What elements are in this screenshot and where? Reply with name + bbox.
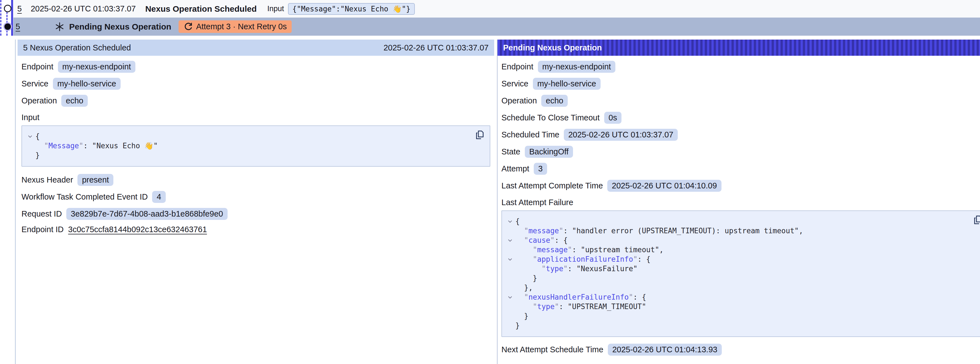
json-line: "type": "UPSTREAM_TIMEOUT" — [505, 302, 970, 311]
json-line: } — [505, 311, 970, 321]
json-code-text: } — [515, 311, 528, 321]
field-nexus-header: Nexus Header present — [21, 174, 490, 186]
event-row-nexus-operation-scheduled[interactable]: 5 2025-02-26 UTC 01:03:37.07 Nexus Opera… — [13, 0, 980, 18]
copy-button[interactable] — [474, 129, 485, 142]
input-section-label: Input — [21, 113, 490, 122]
event-input-preview-chip[interactable]: {"Message":"Nexus Echo 👋"} — [288, 3, 415, 15]
field-label: Endpoint — [501, 62, 533, 71]
event-detail-card: 5 Nexus Operation Scheduled 2025-02-26 U… — [18, 40, 494, 364]
event-details-panel: 5 Nexus Operation Scheduled 2025-02-26 U… — [15, 40, 980, 364]
field-label: Request ID — [21, 209, 62, 219]
json-line: }, — [505, 283, 970, 292]
field-value-badge: my-hello-service — [533, 78, 601, 90]
field-service: Service my-hello-service — [21, 78, 490, 90]
json-gutter — [505, 226, 515, 228]
json-gutter — [505, 321, 515, 323]
field-operation: Operation echo — [21, 95, 490, 107]
field-endpoint: Endpoint my-nexus-endpoint — [21, 61, 490, 73]
field-value-badge: 3e829b7e-7d67-4b08-aad3-b1e868bfe9e0 — [66, 208, 228, 220]
retry-icon — [184, 22, 193, 31]
json-line: "applicationFailureInfo": { — [505, 254, 970, 264]
field-next-attempt-schedule-time: Next Attempt Schedule Time 2025-02-26 UT… — [501, 344, 980, 356]
state-badge: BackingOff — [525, 146, 573, 158]
json-code-text: "type": "NexusFailure" — [515, 264, 637, 273]
field-label: Endpoint — [21, 62, 54, 71]
retry-badge-text: Attempt 3 · Next Retry 0s — [196, 22, 287, 31]
timeline-active-bar — [11, 0, 13, 36]
field-value-badge: my-nexus-endpoint — [58, 61, 136, 73]
json-line: "Message": "Nexus Echo 👋" — [25, 141, 472, 150]
field-label: Endpoint ID — [21, 225, 64, 234]
json-code-text: } — [515, 321, 520, 330]
json-code-text: } — [515, 273, 537, 283]
event-id-link[interactable]: 5 — [17, 4, 22, 13]
field-label: Workflow Task Completed Event ID — [21, 192, 148, 201]
event-row-pending-nexus-operation[interactable]: 5 Pending Nexus Operation Attempt 3 · Ne… — [13, 18, 980, 36]
field-value-badge: 2025-02-26 UTC 01:04:10.09 — [607, 180, 721, 192]
copy-icon — [474, 129, 485, 141]
json-line: } — [505, 321, 970, 330]
field-operation: Operation echo — [501, 95, 980, 107]
json-line: "nexusHandlerFailureInfo": { — [505, 292, 970, 302]
field-label: Operation — [501, 96, 537, 105]
event-detail-card-title: 5 Nexus Operation Scheduled — [23, 43, 131, 53]
json-code-text: "applicationFailureInfo": { — [515, 254, 651, 264]
copy-button[interactable] — [972, 214, 980, 227]
field-value-badge: 0s — [604, 112, 622, 124]
field-label: Service — [21, 79, 48, 88]
json-line: "message": "upstream timeout", — [505, 245, 970, 254]
event-detail-card-time: 2025-02-26 UTC 01:03:37.07 — [383, 43, 488, 53]
copy-icon — [972, 214, 980, 226]
field-value-badge: 3 — [534, 163, 547, 175]
field-endpoint: Endpoint my-nexus-endpoint — [501, 61, 980, 73]
json-lines: {"Message": "Nexus Echo 👋"} — [25, 132, 472, 160]
field-value-badge: my-hello-service — [53, 78, 121, 90]
field-label: Scheduled Time — [501, 130, 559, 139]
json-gutter — [505, 245, 515, 247]
json-gutter — [505, 302, 515, 304]
field-state: State BackingOff — [501, 146, 980, 158]
event-id-link[interactable]: 5 — [16, 22, 20, 31]
json-gutter — [505, 283, 515, 285]
event-title: Nexus Operation Scheduled — [145, 4, 256, 14]
json-gutter — [25, 141, 35, 143]
json-gutter — [505, 311, 515, 313]
field-request-id: Request ID 3e829b7e-7d67-4b08-aad3-b1e86… — [21, 208, 490, 220]
field-value-badge: present — [78, 174, 113, 186]
json-line: } — [505, 273, 970, 283]
json-line: "message": "handler error (UPSTREAM_TIME… — [505, 226, 970, 236]
field-service: Service my-hello-service — [501, 78, 980, 90]
json-code-text: { — [35, 132, 40, 141]
collapse-chevron-icon[interactable] — [505, 292, 515, 300]
field-workflow-task-completed-event-id: Workflow Task Completed Event ID 4 — [21, 191, 490, 203]
json-line: { — [25, 132, 472, 141]
json-viewer-input: {"Message": "Nexus Echo 👋"} — [21, 125, 490, 167]
json-code-text: "message": "handler error (UPSTREAM_TIME… — [515, 226, 803, 236]
json-code-text: "Message": "Nexus Echo 👋" — [35, 141, 158, 150]
json-code-text: "cause": { — [515, 236, 568, 245]
json-gutter — [505, 273, 515, 275]
pending-operation-card: Pending Nexus Operation Endpoint my-nexu… — [497, 40, 980, 364]
field-value-badge: 4 — [152, 191, 165, 203]
collapse-chevron-icon[interactable] — [505, 236, 515, 244]
field-label: Last Attempt Complete Time — [501, 181, 603, 190]
field-label: Nexus Header — [21, 175, 73, 185]
timeline-circle-icon[interactable] — [4, 5, 11, 12]
timeline-dot-icon[interactable] — [5, 23, 11, 30]
field-endpoint-id: Endpoint ID 3c0c75ccfa8144b092c13ce63246… — [21, 225, 490, 234]
collapse-chevron-icon[interactable] — [25, 132, 35, 140]
field-value-badge: my-nexus-endpoint — [538, 61, 616, 73]
json-code-text: "nexusHandlerFailureInfo": { — [515, 292, 646, 302]
pending-operation-title: Pending Nexus Operation — [69, 22, 171, 32]
field-schedule-to-close-timeout: Schedule To Close Timeout 0s — [501, 112, 980, 124]
event-history-screen: 5 2025-02-26 UTC 01:03:37.07 Nexus Opera… — [0, 0, 980, 364]
event-timestamp: 2025-02-26 UTC 01:03:37.07 — [31, 4, 136, 13]
collapse-chevron-icon[interactable] — [505, 217, 515, 225]
field-value-badge: echo — [61, 95, 88, 107]
endpoint-id-link[interactable]: 3c0c75ccfa8144b092c13ce632463761 — [68, 225, 207, 234]
field-scheduled-time: Scheduled Time 2025-02-26 UTC 01:03:37.0… — [501, 129, 980, 141]
collapse-chevron-icon[interactable] — [505, 254, 515, 263]
json-code-text: "message": "upstream timeout", — [515, 245, 663, 254]
event-detail-card-header: 5 Nexus Operation Scheduled 2025-02-26 U… — [18, 40, 494, 56]
json-lines: {"message": "handler error (UPSTREAM_TIM… — [505, 217, 970, 330]
